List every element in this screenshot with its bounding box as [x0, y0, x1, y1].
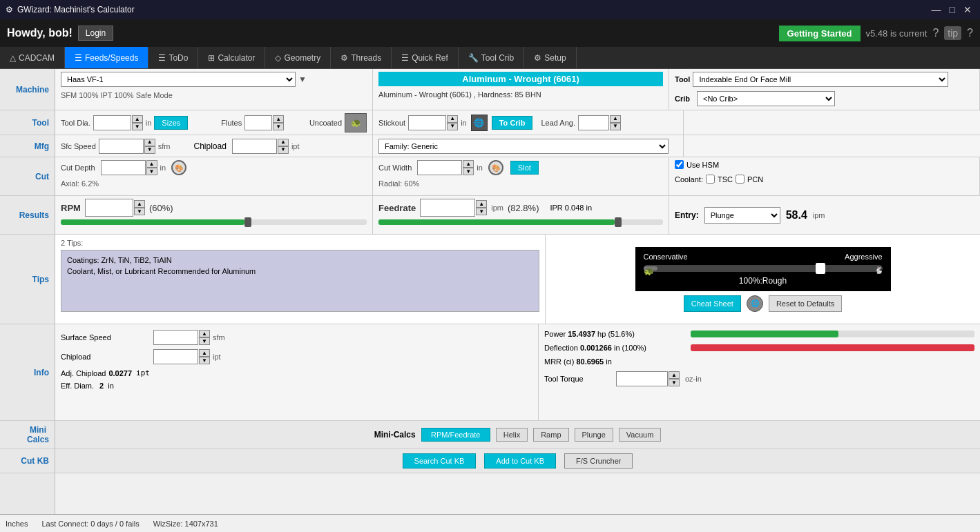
plunge-button[interactable]: Plunge [575, 428, 613, 442]
cut-width-down[interactable]: ▼ [463, 168, 474, 175]
flutes-up[interactable]: ▲ [273, 115, 284, 123]
slot-button[interactable]: Slot [510, 161, 539, 175]
tab-todo[interactable]: ☰ ToDo [148, 47, 198, 68]
cut-depth-down[interactable]: ▼ [146, 168, 157, 175]
stickout-down[interactable]: ▼ [447, 123, 458, 130]
search-cut-kb-button[interactable]: Search Cut KB [403, 453, 477, 469]
deflection-pct: (100%) [622, 344, 646, 352]
chipload-info-up[interactable]: ▲ [199, 349, 210, 357]
tool-type-select[interactable]: Indexable End Or Face Mill [693, 72, 948, 87]
flutes-down[interactable]: ▼ [273, 123, 284, 130]
tool-dia-unit: in [146, 119, 152, 127]
cut-depth-icon[interactable]: 🎨 [171, 160, 186, 175]
reset-defaults-button[interactable]: Reset to Defaults [769, 295, 842, 312]
torque-input[interactable]: 3212.83 [616, 371, 668, 386]
wiz-size-text: WizSize: 1407x731 [153, 520, 218, 528]
help-icon-2[interactable]: ? [967, 27, 973, 39]
tab-calculator[interactable]: ⊞ Calculator [198, 47, 265, 68]
chipload-up[interactable]: ▲ [278, 139, 289, 146]
surface-speed-up[interactable]: ▲ [199, 330, 210, 337]
tab-geometry[interactable]: ◇ Geometry [265, 47, 331, 68]
tool-dia-input[interactable]: 2 [93, 115, 131, 130]
minimize-btn[interactable]: — [929, 4, 944, 15]
cut-width-unit: in [477, 164, 483, 172]
close-btn[interactable]: ✕ [961, 4, 974, 15]
feedrate-up[interactable]: ▲ [476, 200, 487, 208]
deflection-display: Deflection 0.001266 in (100%) [544, 344, 682, 352]
login-button[interactable]: Login [78, 26, 113, 41]
power-label: Power [544, 330, 566, 338]
aggression-thumb[interactable] [816, 263, 825, 274]
use-hsm-checkbox[interactable] [675, 160, 684, 169]
feedrate-down[interactable]: ▼ [476, 208, 487, 215]
stickout-icon[interactable]: 🌐 [471, 115, 488, 131]
rpm-slider-thumb[interactable] [244, 217, 251, 227]
torque-up[interactable]: ▲ [669, 371, 680, 379]
machine-select[interactable]: Haas VF-1 [61, 72, 296, 87]
chipload-info-down[interactable]: ▼ [199, 357, 210, 364]
chipload-mfg-input[interactable]: 0.012 [232, 139, 277, 154]
tab-setup[interactable]: ⚙ Setup [524, 47, 576, 68]
crib-select[interactable]: <No Crib> [697, 91, 835, 106]
coating-icon[interactable]: 🐢 [345, 113, 367, 132]
tab-quickref[interactable]: ☰ Quick Ref [392, 47, 459, 68]
torque-down[interactable]: ▼ [669, 379, 680, 386]
surface-speed-down[interactable]: ▼ [199, 337, 210, 345]
fs-cruncher-button[interactable]: F/S Cruncher [564, 453, 633, 469]
family-select[interactable]: Family: Generic [378, 139, 669, 154]
cut-width-input[interactable]: 1.2 [417, 160, 462, 175]
vacuum-button[interactable]: Vacuum [619, 428, 662, 442]
help-icon-1[interactable]: ? [932, 27, 939, 39]
cut-width-up[interactable]: ▲ [463, 160, 474, 168]
flutes-input[interactable]: 4 [244, 115, 272, 130]
tab-threads[interactable]: ⚙ Threads [331, 47, 392, 68]
rpm-up[interactable]: ▲ [134, 200, 145, 208]
tool-dia-up[interactable]: ▲ [132, 115, 143, 123]
cut-width-icon[interactable]: 🎨 [488, 160, 503, 175]
rpm-input[interactable]: 4863 [85, 199, 133, 217]
aggression-slider-widget: Conservative Aggressive 🐢 🐇 100%:Rough [635, 247, 891, 291]
aggression-slider[interactable]: 🐢 🐇 [644, 265, 883, 272]
rpm-feedrate-button[interactable]: RPM/Feedrate [421, 428, 490, 442]
add-to-cut-kb-button[interactable]: Add to Cut KB [484, 453, 556, 469]
sfc-speed-up[interactable]: ▲ [144, 139, 155, 146]
feedrate-input[interactable]: 537.977 [420, 199, 475, 217]
tab-cadcam[interactable]: △ CADCAM [0, 47, 65, 68]
tool-dia-down[interactable]: ▼ [132, 123, 143, 130]
feedrate-slider-thumb[interactable] [615, 217, 622, 227]
results-label: Results [0, 196, 55, 235]
tab-feeds-speeds[interactable]: ☰ Feeds/Speeds [65, 47, 148, 68]
lead-ang-up[interactable]: ▲ [610, 115, 621, 123]
threads-icon: ⚙ [340, 53, 348, 63]
deflection-unit: in [614, 344, 620, 352]
sfc-speed-input[interactable]: 1600 [99, 139, 144, 154]
stickout-input[interactable]: 1 [408, 115, 446, 130]
stickout-up[interactable]: ▲ [447, 115, 458, 123]
pcn-checkbox[interactable] [736, 175, 744, 184]
lead-ang-down[interactable]: ▼ [610, 123, 621, 130]
cut-depth-input[interactable]: 0.125 [101, 160, 146, 175]
tip-icon[interactable]: tip [944, 26, 961, 40]
tab-toolcrib[interactable]: 🔧 Tool Crib [459, 47, 524, 68]
coolant-label: Coolant: [675, 175, 703, 184]
sfc-speed-down[interactable]: ▼ [144, 146, 155, 154]
cheat-sheet-button[interactable]: Cheat Sheet [684, 295, 741, 312]
chipload-input[interactable]: 0.012 [153, 349, 198, 364]
sizes-button[interactable]: Sizes [154, 116, 188, 130]
getting-started-button[interactable]: Getting Started [779, 26, 861, 41]
entry-select[interactable]: Plunge [704, 207, 780, 224]
chipload-down[interactable]: ▼ [278, 146, 289, 154]
cut-depth-up[interactable]: ▲ [146, 160, 157, 168]
ramp-button[interactable]: Ramp [533, 428, 568, 442]
rpm-down[interactable]: ▼ [134, 208, 145, 215]
to-crib-button[interactable]: To Crib [492, 116, 533, 130]
helix-button[interactable]: Helix [496, 428, 528, 442]
surface-speed-input[interactable]: 2546 [153, 330, 198, 345]
material-display[interactable]: Aluminum - Wrought (6061) [378, 72, 663, 86]
cheat-sheet-icon[interactable]: 🌐 [747, 295, 763, 312]
adj-chipload-unit: ipt [136, 368, 150, 377]
tsc-checkbox[interactable] [706, 175, 715, 184]
maximize-btn[interactable]: □ [947, 4, 958, 15]
aggressive-label: Aggressive [845, 253, 882, 261]
lead-ang-input[interactable]: 45 [578, 115, 609, 130]
